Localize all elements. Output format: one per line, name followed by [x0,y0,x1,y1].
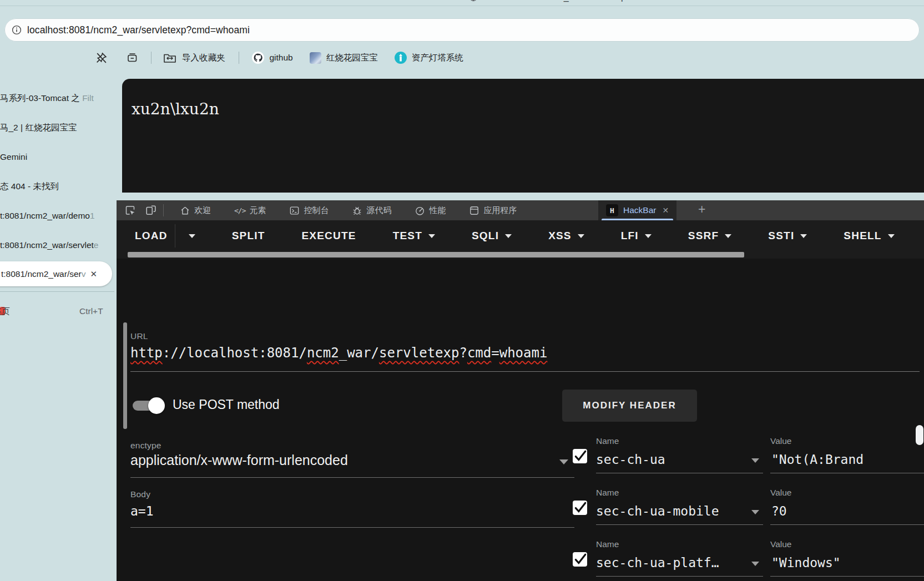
header-name-input[interactable]: sec-ch-ua [596,452,665,467]
bookmark-garden[interactable]: 红烧花园宝宝 [310,52,378,64]
new-tab-row[interactable]: 签页 Ctrl+T [0,304,117,319]
devtools-panel: 欢迎 </> 元素 控制台 源代码 性能 应用程序 H HackBar ✕ + [117,200,924,581]
address-bar[interactable]: localhost:8081/ncm2_war/servletexp?cmd=w… [4,18,920,42]
unpin-icon[interactable] [94,51,108,65]
bookmark-label: github [270,53,293,63]
inspect-element-icon[interactable] [123,204,137,217]
more-tabs-icon[interactable]: + [698,202,705,217]
device-toolbar-icon[interactable] [144,204,158,217]
sidebar-separator [0,291,114,292]
chevron-down-icon[interactable] [189,234,195,238]
hackbar-panel: URL http://localhost:8081/ncm2_war/servl… [117,259,924,581]
header-name-underline [596,524,763,525]
menu-item-label: SSTI [768,230,794,242]
hackbar-menu-item[interactable]: TEST [393,230,435,242]
vertical-scrollbar-thumb[interactable] [123,322,127,429]
url-input[interactable]: http://localhost:8081/ncm2_war/servletex… [130,345,547,361]
sidebar-tab-item[interactable]: 马系列-03-Tomcat 之 Filt [0,90,117,105]
browser-top-bar: localhost:8081/ncm2_war/servletexp?cmd=w… [0,0,924,72]
url-segment: ? [459,345,467,361]
devtools-tab[interactable]: </> 元素 [223,200,277,220]
hackbar-menu-item[interactable]: LOAD [135,224,195,247]
performance-icon [415,205,425,216]
hackbar-menu-item[interactable]: EXECUTE [301,230,356,242]
sidebar-tab-item[interactable]: 态 404 - 未找到 [0,179,117,194]
url-segment: servletexp [379,345,460,361]
hackbar-menu-item[interactable]: SPLIT [232,230,265,242]
url-segment: whoami [499,345,548,361]
menu-item-label: SQLI [472,230,499,242]
devtools-tab[interactable]: 源代码 [340,200,403,220]
url-segment: _war/ [339,345,379,361]
github-icon [251,51,265,64]
header-enabled-checkbox[interactable] [573,449,587,463]
header-value-input[interactable]: "Windows" [771,555,841,570]
url-segment: cmd [467,345,491,361]
browser-tab[interactable]: localhost:8081/ncm2_war/servletexp?cmd=w… [469,0,769,6]
sources-icon [352,205,362,216]
post-toggle-label: Use POST method [173,397,280,412]
bookmark-label: 资产灯塔系统 [412,52,463,64]
hackbar-menu-item[interactable]: LFI [621,230,652,242]
menu-item-label: EXECUTE [301,230,356,242]
devtools-tab[interactable]: 应用程序 [457,200,528,220]
header-value-input[interactable]: "Not(A:Brand [771,452,864,467]
tab-hackbar[interactable]: H HackBar ✕ [598,200,676,220]
sidebar-tab-title: Gemini [0,152,27,161]
sidebar-tab-title: 马_2 | 红烧花园宝宝 [0,123,77,132]
horizontal-scrollbar[interactable] [117,251,924,259]
chevron-down-icon[interactable] [751,562,759,566]
devtools-tab[interactable]: 性能 [403,200,457,220]
post-method-toggle[interactable] [133,397,165,415]
header-name-label: Name [596,436,619,446]
bookmark-github[interactable]: github [251,51,293,64]
sidebar-tab-item[interactable]: Gemini [0,149,117,164]
header-value-label: Value [770,488,792,498]
header-enabled-checkbox[interactable] [573,501,587,515]
right-scrollbar-thumb[interactable] [916,425,923,445]
menu-item-label: LOAD [135,230,168,242]
application-icon [469,205,479,216]
menu-item-label: SSRF [688,230,719,242]
sidebar-tab-item[interactable]: t:8081/ncm2_war/servlete [0,238,117,252]
menu-item-label: LFI [621,230,639,242]
toggle-knob [148,397,165,414]
modify-header-button[interactable]: MODIFY HEADER [562,390,697,422]
sidebar-tab-active[interactable]: t:8081/ncm2_war/serv ✕ [0,261,112,286]
sidebar-tab-title: 态 404 - 未找到 [0,181,59,191]
hackbar-menu-item[interactable]: SSRF [688,230,731,242]
header-name-label: Name [596,488,619,498]
header-row: Name Value sec-ch-ua-platf… "Windows" [117,537,924,581]
sidebar-tab-item[interactable]: 马_2 | 红烧花园宝宝 [0,120,117,135]
hackbar-menu-item[interactable]: SQLI [472,230,512,242]
header-value-underline [770,473,924,473]
header-name-input[interactable]: sec-ch-ua-platf… [596,555,719,570]
hackbar-menu-item[interactable]: XSS [548,230,584,242]
chevron-down-icon[interactable] [751,458,759,463]
scrollbar-thumb[interactable] [128,252,744,257]
info-icon[interactable] [12,25,22,35]
bookmark-beacon[interactable]: 资产灯塔系统 [395,52,463,64]
close-tab-icon[interactable]: ✕ [90,269,98,279]
url-field-underline [130,371,920,372]
hackbar-menu-item[interactable]: SHELL [844,230,894,242]
elements-icon: </> [234,206,245,215]
devtools-tab[interactable]: 控制台 [277,200,340,220]
collections-icon[interactable] [125,51,139,64]
hackbar-menu-bar: LOAD SPLIT EXECUTE TEST SQLI [117,220,924,251]
bookmark-import-favorites[interactable]: 导入收藏夹 [163,51,225,64]
sidebar-tab-item[interactable]: t:8081/ncm2_war/demo1 [0,208,117,223]
close-icon[interactable]: ✕ [662,206,669,215]
url-segment: http [130,345,163,361]
header-name-input[interactable]: sec-ch-ua-mobile [596,504,719,518]
devtools-tab-label: 性能 [429,205,446,216]
browser-tab-title: localhost:8081/ncm2_war/servletexp?cmd=w… [482,0,683,2]
globe-icon [469,0,478,2]
hackbar-menu-item[interactable]: SSTI [768,230,807,242]
chevron-down-icon[interactable] [751,510,759,514]
header-enabled-checkbox[interactable] [573,552,587,567]
chevron-down-icon [578,234,584,238]
hackbar-logo-icon: H [606,204,618,216]
devtools-tab[interactable]: 欢迎 [168,200,223,220]
header-value-input[interactable]: ?0 [771,504,787,518]
